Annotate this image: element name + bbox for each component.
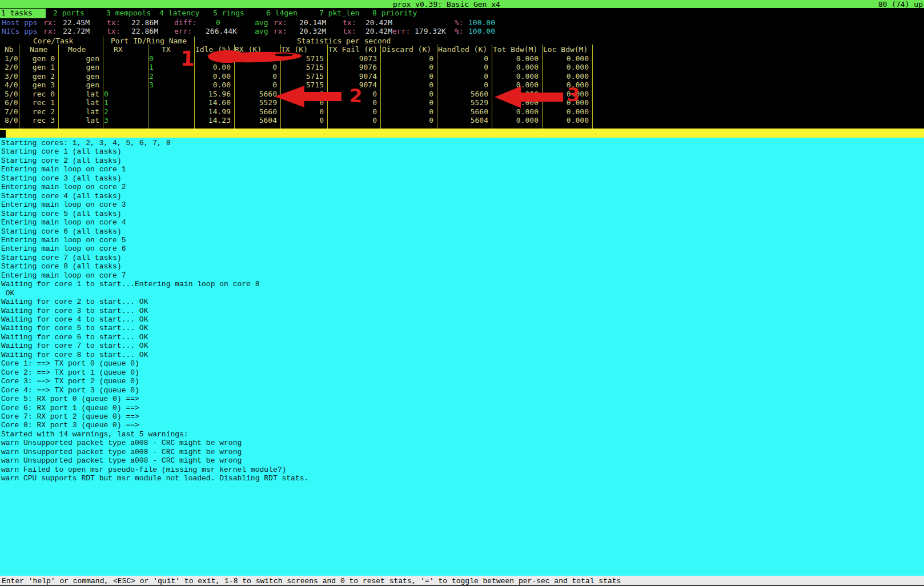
nics-stat-token: 266.44K	[206, 27, 237, 35]
log-line: Entering main loop on core 3	[1, 200, 126, 209]
column-header: Mode	[68, 45, 86, 54]
table-cell: 0.000	[492, 107, 539, 116]
log-line: Core 7: RX port 2 (queue 0) ==>	[1, 412, 139, 421]
table-cell: rec 0	[19, 90, 55, 98]
table-cell: 0	[327, 116, 377, 125]
nics-pps-stat-line: NICs ppsrx:22.72Mtx:22.86Merr:266.44Kavg…	[0, 27, 924, 35]
log-line: Started with 14 warnings, last 5 warning…	[1, 430, 188, 439]
table-cell: 5660	[234, 90, 277, 98]
host-pps-stat-line: Host ppsrx:22.45Mtx:22.86Mdiff:0avgrx:20…	[0, 18, 924, 27]
table-cell: 14.23	[194, 116, 231, 125]
table-cell: 0.000	[492, 81, 539, 89]
table-cell: 0.000	[542, 81, 589, 89]
table-cell: 5715	[280, 72, 324, 81]
status-help-text: Enter 'help' or command, <ESC> or 'quit'…	[2, 577, 621, 585]
table-cell: 0	[380, 54, 433, 63]
host-stat-token: Host pps	[2, 18, 38, 27]
log-line: Entering main loop on core 6	[1, 244, 126, 253]
log-line: Starting core 7 (all tasks)	[1, 254, 122, 262]
log-line: Waiting for core 5 to start... OK	[1, 324, 148, 332]
log-line: Entering main loop on core 2	[1, 183, 126, 191]
column-separator	[103, 45, 103, 129]
table-cell: 5715	[280, 81, 324, 89]
log-line: Entering main loop on core 1	[1, 165, 126, 174]
table-cell: 2/0	[5, 63, 18, 71]
tab-2-ports[interactable]: 2 ports	[53, 9, 85, 18]
nics-stat-token: err:	[174, 27, 192, 35]
host-stat-token: rx:	[274, 18, 287, 27]
nics-stat-token: avg	[255, 27, 268, 35]
log-line: warn Unsupported packet type a008 - CRC …	[1, 456, 242, 465]
column-header: Handled (K)	[438, 45, 487, 54]
command-input-band[interactable]	[0, 129, 924, 138]
table-cell: 14.60	[194, 98, 231, 107]
column-header: Tot Bdw(M)	[493, 45, 537, 54]
table-cell: 3	[104, 116, 109, 125]
log-line: Starting core 3 (all tasks)	[1, 174, 122, 183]
table-cell: 0	[380, 63, 433, 71]
table-cell: 14.99	[194, 107, 231, 116]
column-header: TX	[162, 45, 171, 54]
column-header: TX (K)	[281, 45, 308, 54]
table-cell: 0	[280, 98, 324, 107]
tab-7-pkt_len[interactable]: 7 pkt_len	[319, 9, 359, 18]
table-cell: 9073	[327, 54, 377, 63]
table-cell: rec 2	[19, 107, 55, 116]
table-cell: 0.000	[542, 90, 589, 98]
tab-5-rings[interactable]: 5 rings	[213, 9, 244, 18]
table-cell: 0	[104, 90, 109, 98]
log-line: Waiting for core 1 to start...Entering m…	[1, 280, 259, 288]
table-cell: 0	[280, 116, 324, 125]
log-line: warn Unsupported packet type a008 - CRC …	[1, 448, 242, 456]
table-cell: 6/0	[5, 98, 18, 107]
title-bar: prox v0.39: Basic Gen x4 80 (74) up	[0, 0, 924, 8]
table-cell: 0.000	[492, 63, 539, 71]
tab-4-latency[interactable]: 4 latency	[159, 9, 199, 18]
table-cell: gen 3	[19, 81, 55, 89]
table-cell: 0.000	[492, 116, 539, 125]
nics-stat-token: 22.86M	[131, 27, 158, 35]
host-stat-token: tx:	[107, 18, 120, 27]
table-cell: rec 3	[19, 116, 55, 125]
log-line: Core 3: ==> TX port 2 (queue 0)	[1, 377, 139, 386]
table-cell: 0	[234, 63, 277, 71]
log-line: warn Failed to open msr pseudo-file (mis…	[1, 465, 286, 474]
table-cell: 2	[104, 107, 109, 116]
prox-terminal-window: prox v0.39: Basic Gen x4 80 (74) up 1 ta…	[0, 0, 924, 586]
tab-1-tasks[interactable]: 1 tasks	[0, 9, 46, 18]
log-line: Waiting for core 8 to start... OK	[1, 351, 148, 359]
table-cell: 8/0	[5, 116, 18, 125]
table-cell: 0.00	[194, 81, 231, 89]
table-cell: 0	[437, 81, 488, 89]
log-line: Core 2: ==> TX port 1 (queue 0)	[1, 368, 139, 377]
tab-6-l4gen[interactable]: 6 l4gen	[266, 9, 298, 18]
table-cell: 0	[380, 116, 433, 125]
table-cell: 0	[380, 98, 433, 107]
table-cell: 0	[380, 90, 433, 98]
tab-3-mempools[interactable]: 3 mempools	[106, 9, 151, 18]
table-cell: 0	[380, 107, 433, 116]
table-cell: 1/0	[5, 54, 18, 63]
host-stat-token: tx:	[343, 18, 356, 27]
table-cell: 4/0	[5, 81, 18, 89]
table-cell: 1	[149, 63, 154, 71]
table-cell: 0.000	[542, 107, 589, 116]
tab-8-priority[interactable]: 8 priority	[372, 9, 417, 18]
text-cursor	[0, 130, 6, 138]
table-cell: 2	[149, 72, 154, 81]
app-title: prox v0.39: Basic Gen x4	[393, 0, 500, 9]
table-cell: 0	[234, 72, 277, 81]
log-line: Starting core 5 (all tasks)	[1, 210, 122, 218]
table-cell: 0	[149, 54, 154, 63]
table-cell: 5/0	[5, 90, 18, 98]
log-line: Core 5: RX port 0 (queue 0) ==>	[1, 395, 139, 403]
table-cell: 5529	[234, 98, 277, 107]
nics-stat-token: tx:	[107, 27, 120, 35]
screen-tab-bar: 1 tasks2 ports3 mempools4 latency5 rings…	[0, 9, 924, 18]
nics-stat-token: 100.00	[468, 27, 495, 35]
nics-stat-token: NICs pps	[2, 27, 38, 35]
table-cell: gen	[58, 63, 99, 71]
host-stat-token: 22.45M	[63, 18, 90, 27]
log-line: Waiting for core 6 to start... OK	[1, 333, 148, 342]
annotation-number-2: 2	[349, 87, 362, 106]
